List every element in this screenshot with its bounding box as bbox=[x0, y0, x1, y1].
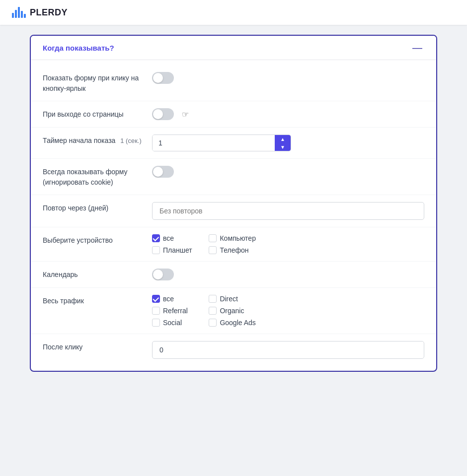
device-phone-label: Телефон bbox=[220, 246, 248, 254]
timer-sublabel: 1 (сек.) bbox=[120, 137, 142, 144]
settings-panel: Когда показывать? — Показать форму при к… bbox=[30, 35, 437, 372]
main-content: Когда показывать? — Показать форму при к… bbox=[20, 25, 447, 382]
traffic-organic-option[interactable]: Organic bbox=[209, 307, 255, 315]
traffic-all-checkbox[interactable] bbox=[152, 295, 160, 303]
device-phone-checkbox[interactable] bbox=[209, 246, 217, 254]
app-header: PLERDY bbox=[0, 0, 467, 25]
device-all-label: все bbox=[163, 234, 174, 242]
device-label: Выберите устройство bbox=[43, 234, 142, 246]
timer-spinner: ▲ ▼ bbox=[275, 135, 291, 151]
traffic-social-label: Social bbox=[163, 319, 182, 327]
traffic-direct-label: Direct bbox=[220, 295, 238, 303]
show-on-click-toggle[interactable] bbox=[152, 72, 174, 84]
device-phone-option[interactable]: Телефон bbox=[209, 246, 255, 254]
traffic-label: Весь трафик bbox=[43, 295, 142, 306]
device-computer-checkbox[interactable] bbox=[209, 234, 217, 242]
repeat-input[interactable] bbox=[152, 202, 424, 220]
timer-decrement-button[interactable]: ▼ bbox=[275, 143, 291, 151]
always-show-label: Всегда показывать форму (игнорировать co… bbox=[43, 166, 142, 188]
after-click-label: После клику bbox=[43, 341, 142, 352]
traffic-direct-option[interactable]: Direct bbox=[209, 295, 255, 303]
timer-input[interactable] bbox=[153, 135, 275, 151]
calendar-control bbox=[152, 269, 424, 280]
logo-icon bbox=[12, 7, 26, 18]
traffic-referral-option[interactable]: Referral bbox=[152, 307, 199, 315]
panel-body: Показать форму при клику на кнопку-ярлык… bbox=[31, 60, 436, 371]
traffic-google-ads-checkbox[interactable] bbox=[209, 319, 217, 327]
traffic-all-label: все bbox=[163, 295, 174, 303]
device-computer-option[interactable]: Компьютер bbox=[209, 234, 255, 242]
traffic-organic-label: Organic bbox=[220, 307, 244, 315]
always-show-row: Всегда показывать форму (игнорировать co… bbox=[31, 158, 436, 195]
after-click-row: После клику bbox=[31, 334, 436, 366]
always-show-control bbox=[152, 166, 424, 178]
traffic-referral-checkbox[interactable] bbox=[152, 307, 160, 315]
minimize-button[interactable]: — bbox=[410, 43, 424, 53]
traffic-social-option[interactable]: Social bbox=[152, 319, 199, 327]
timer-increment-button[interactable]: ▲ bbox=[275, 135, 291, 143]
logo: PLERDY bbox=[12, 7, 68, 18]
traffic-control: все Direct Referral Organic bbox=[152, 295, 424, 327]
show-on-click-control bbox=[152, 72, 424, 84]
traffic-direct-checkbox[interactable] bbox=[209, 295, 217, 303]
repeat-row: Повтор через (дней) bbox=[31, 195, 436, 227]
repeat-label: Повтор через (дней) bbox=[43, 202, 142, 213]
timer-row: Таймер начала показа 1 (сек.) ▲ ▼ bbox=[31, 127, 436, 158]
traffic-social-checkbox[interactable] bbox=[152, 319, 160, 327]
device-row: Выберите устройство все Компьютер bbox=[31, 227, 436, 261]
panel-title: Когда показывать? bbox=[43, 44, 114, 52]
device-tablet-checkbox[interactable] bbox=[152, 246, 160, 254]
exit-page-row: При выходе со страницы ☞ bbox=[31, 101, 436, 127]
device-all-option[interactable]: все bbox=[152, 234, 199, 242]
device-checkbox-group: все Компьютер Планшет Телефон bbox=[152, 234, 256, 254]
exit-page-toggle[interactable] bbox=[152, 108, 174, 120]
timer-label: Таймер начала показа 1 (сек.) bbox=[43, 135, 142, 146]
traffic-referral-label: Referral bbox=[163, 307, 188, 315]
show-on-click-row: Показать форму при клику на кнопку-ярлык bbox=[31, 65, 436, 101]
device-all-checkbox[interactable] bbox=[152, 234, 160, 242]
calendar-label: Календарь bbox=[43, 269, 142, 280]
show-on-click-label: Показать форму при клику на кнопку-ярлык bbox=[43, 72, 142, 94]
traffic-checkbox-group: все Direct Referral Organic bbox=[152, 295, 256, 327]
exit-page-control: ☞ bbox=[152, 108, 424, 120]
timer-control: ▲ ▼ bbox=[152, 135, 424, 151]
traffic-row: Весь трафик все Direct Refer bbox=[31, 287, 436, 334]
traffic-google-ads-label: Google Ads bbox=[220, 319, 255, 327]
exit-page-label: При выходе со страницы bbox=[43, 108, 142, 120]
calendar-toggle[interactable] bbox=[152, 269, 174, 280]
always-show-toggle[interactable] bbox=[152, 166, 174, 178]
traffic-google-ads-option[interactable]: Google Ads bbox=[209, 319, 255, 327]
panel-header: Когда показывать? — bbox=[31, 36, 436, 60]
after-click-control bbox=[152, 341, 424, 359]
device-tablet-label: Планшет bbox=[163, 246, 192, 254]
device-control: все Компьютер Планшет Телефон bbox=[152, 234, 424, 254]
after-click-input[interactable] bbox=[152, 341, 424, 359]
traffic-organic-checkbox[interactable] bbox=[209, 307, 217, 315]
calendar-row: Календарь bbox=[31, 261, 436, 287]
device-tablet-option[interactable]: Планшет bbox=[152, 246, 199, 254]
device-computer-label: Компьютер bbox=[220, 234, 255, 242]
timer-input-wrapper: ▲ ▼ bbox=[152, 135, 291, 151]
traffic-all-option[interactable]: все bbox=[152, 295, 199, 303]
logo-text: PLERDY bbox=[30, 7, 68, 18]
repeat-control bbox=[152, 202, 424, 220]
cursor-icon: ☞ bbox=[182, 110, 189, 119]
